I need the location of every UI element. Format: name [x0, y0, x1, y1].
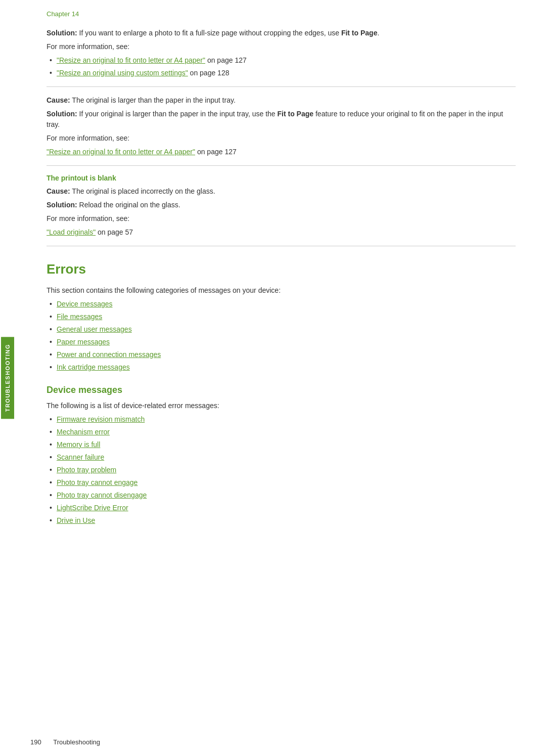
list-item: "Resize an original to fit onto letter o… — [57, 55, 516, 66]
solution-text-1: Solution: If you want to enlarge a photo… — [47, 28, 516, 38]
for-more-1: For more information, see: — [47, 41, 516, 52]
footer-page-number: 190 — [30, 738, 41, 746]
solution-text-2: Solution: If your original is larger tha… — [47, 109, 516, 130]
list-item: Device messages — [57, 299, 516, 309]
link-photo-tray-cannot-engage[interactable]: Photo tray cannot engage — [57, 478, 138, 486]
list-item: File messages — [57, 312, 516, 322]
link-firmware-revision-mismatch[interactable]: Firmware revision mismatch — [57, 415, 145, 423]
solution-body-2: If your original is larger than the pape… — [77, 110, 278, 118]
list-item: LightScribe Drive Error — [57, 503, 516, 513]
errors-heading: Errors — [47, 261, 516, 277]
divider-1 — [47, 86, 516, 87]
cause-label-2: Cause: — [47, 96, 70, 104]
list-item: Ink cartridge messages — [57, 362, 516, 373]
list-item: Firmware revision mismatch — [57, 414, 516, 425]
list-item: Paper messages — [57, 337, 516, 347]
link-file-messages[interactable]: File messages — [57, 313, 102, 321]
list-item: Memory is full — [57, 439, 516, 450]
link-photo-tray-cannot-disengage[interactable]: Photo tray cannot disengage — [57, 491, 147, 499]
printout-blank-section: The printout is blank Cause: The origina… — [47, 174, 516, 238]
list-item: Power and connection messages — [57, 349, 516, 360]
link-resize-letter-2-anchor[interactable]: "Resize an original to fit onto letter o… — [47, 148, 195, 156]
list-item: "Resize an original using custom setting… — [57, 68, 516, 78]
list-item: Photo tray problem — [57, 465, 516, 475]
divider-3 — [47, 246, 516, 246]
list-item: Photo tray cannot engage — [57, 477, 516, 488]
for-more-blank: For more information, see: — [47, 213, 516, 224]
cause-body-blank: The original is placed incorrectly on th… — [70, 187, 215, 195]
cause-label-blank: Cause: — [47, 187, 70, 195]
link-memory-full[interactable]: Memory is full — [57, 440, 100, 449]
cause-body-2: The original is larger than the paper in… — [70, 96, 236, 104]
solution-label-2: Solution: — [47, 110, 77, 118]
cause-text-blank: Cause: The original is placed incorrectl… — [47, 186, 516, 197]
link-scanner-failure[interactable]: Scanner failure — [57, 453, 104, 461]
list-item: Photo tray cannot disengage — [57, 490, 516, 501]
errors-intro: This section contains the following cate… — [47, 285, 516, 296]
solution-body-blank: Reload the original on the glass. — [77, 201, 180, 209]
link-load-originals: "Load originals" on page 57 — [47, 227, 516, 238]
solution-block-1: Solution: If you want to enlarge a photo… — [47, 28, 516, 78]
link-load-originals-anchor[interactable]: "Load originals" — [47, 228, 96, 236]
link-photo-tray-problem[interactable]: Photo tray problem — [57, 466, 116, 474]
cause-text-2: Cause: The original is larger than the p… — [47, 95, 516, 106]
divider-2 — [47, 165, 516, 166]
cause-block-2: Cause: The original is larger than the p… — [47, 95, 516, 157]
solution-links-1: "Resize an original to fit onto letter o… — [47, 55, 516, 78]
solution-body-1: If you want to enlarge a photo to fit a … — [77, 29, 341, 37]
link-lightscribe-drive-error[interactable]: LightScribe Drive Error — [57, 504, 128, 512]
link-general-user-messages[interactable]: General user messages — [57, 325, 132, 333]
footer: 190 Troubleshooting — [30, 738, 100, 746]
link-resize-custom[interactable]: "Resize an original using custom setting… — [57, 69, 188, 77]
fit-to-page-1: Fit to Page — [341, 29, 378, 37]
list-item: Drive in Use — [57, 515, 516, 526]
for-more-2: For more information, see: — [47, 133, 516, 144]
link-resize-letter-2: "Resize an original to fit onto letter o… — [47, 147, 516, 157]
errors-section: Errors This section contains the followi… — [47, 261, 516, 373]
device-messages-intro: The following is a list of device-relate… — [47, 401, 516, 411]
list-item: Scanner failure — [57, 452, 516, 463]
sidebar-label: Troubleshooting — [1, 337, 14, 419]
device-messages-list: Firmware revision mismatch Mechanism err… — [47, 414, 516, 526]
chapter-header: Chapter 14 — [47, 10, 516, 18]
link-mechanism-error[interactable]: Mechanism error — [57, 428, 110, 436]
footer-section-label: Troubleshooting — [53, 738, 100, 746]
link-drive-in-use[interactable]: Drive in Use — [57, 516, 95, 524]
fit-to-page-2: Fit to Page — [278, 110, 314, 118]
link-power-connection-messages[interactable]: Power and connection messages — [57, 350, 161, 359]
solution-label-1: Solution: — [47, 29, 77, 37]
list-item: General user messages — [57, 324, 516, 335]
printout-blank-heading: The printout is blank — [47, 174, 516, 182]
list-item: Mechanism error — [57, 427, 516, 437]
device-messages-section: Device messages The following is a list … — [47, 385, 516, 526]
solution-label-blank: Solution: — [47, 201, 77, 209]
solution-text-blank: Solution: Reload the original on the gla… — [47, 200, 516, 210]
device-messages-heading: Device messages — [47, 385, 516, 395]
link-resize-letter[interactable]: "Resize an original to fit onto letter o… — [57, 56, 205, 64]
link-device-messages[interactable]: Device messages — [57, 300, 113, 308]
link-ink-cartridge-messages[interactable]: Ink cartridge messages — [57, 363, 130, 371]
link-paper-messages[interactable]: Paper messages — [57, 338, 110, 346]
errors-categories-list: Device messages File messages General us… — [47, 299, 516, 373]
sidebar: Troubleshooting — [0, 0, 15, 756]
